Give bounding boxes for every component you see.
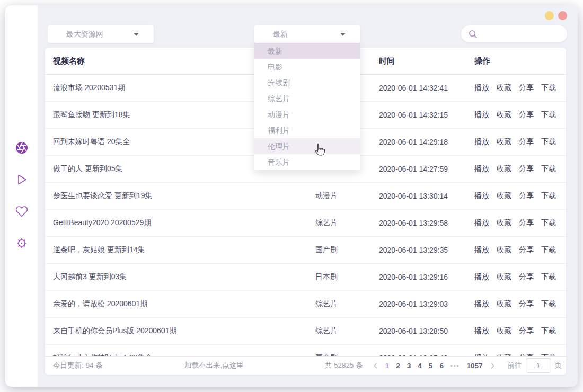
download-link[interactable]: 下载	[541, 191, 556, 201]
dropdown-option[interactable]: 动漫片	[254, 106, 360, 122]
sort-select-value: 最新	[273, 30, 340, 39]
share-link[interactable]: 分享	[519, 326, 534, 336]
play-link[interactable]: 播放	[474, 299, 489, 309]
chevron-left-icon[interactable]	[373, 363, 378, 369]
table-row[interactable]: GetItBeauty2020 20200529期综艺片2020-06-01 1…	[45, 210, 566, 237]
page-number[interactable]: 5	[429, 362, 433, 370]
favorite-link[interactable]: 收藏	[497, 245, 511, 255]
favorite-link[interactable]: 收藏	[497, 218, 511, 228]
dropdown-option[interactable]: 音乐片	[254, 154, 360, 170]
chevron-right-icon[interactable]	[490, 363, 496, 369]
pagination: 共 52825 条 123456 ••• 1057 前往 页	[325, 357, 562, 375]
download-link[interactable]: 下载	[541, 245, 556, 255]
favorite-link[interactable]: 收藏	[497, 110, 511, 120]
sidebar-item-play[interactable]	[15, 174, 28, 187]
video-type: 综艺片	[315, 299, 338, 309]
video-name: 流浪市场 20200531期	[53, 83, 125, 93]
dropdown-option[interactable]: 伦理片	[254, 138, 360, 154]
video-name: 跟鲨鱼接吻 更新到18集	[53, 110, 130, 120]
row-actions: 播放收藏分享下载	[474, 83, 556, 93]
play-link[interactable]: 播放	[474, 164, 489, 174]
sidebar-item-favorites[interactable]	[15, 206, 28, 219]
video-type: 国产剧	[315, 245, 338, 255]
favorite-link[interactable]: 收藏	[497, 326, 511, 336]
page-numbers: 123456	[385, 362, 444, 370]
download-link[interactable]: 下载	[541, 110, 556, 120]
sidebar-item-resources[interactable]	[15, 142, 28, 155]
favorite-link[interactable]: 收藏	[497, 137, 511, 147]
page-number[interactable]: 3	[407, 362, 411, 370]
chevron-down-icon	[340, 33, 346, 36]
page-number[interactable]: 6	[439, 362, 444, 370]
dropdown-option[interactable]: 综艺片	[254, 91, 360, 106]
sidebar-item-settings[interactable]	[15, 238, 28, 251]
play-link[interactable]: 播放	[474, 137, 489, 147]
page-number[interactable]: 1	[385, 362, 390, 370]
column-header-time: 时间	[379, 56, 395, 66]
download-link[interactable]: 下载	[541, 272, 556, 282]
share-link[interactable]: 分享	[519, 110, 534, 120]
share-link[interactable]: 分享	[519, 137, 534, 147]
minimize-button[interactable]	[545, 11, 554, 20]
row-actions: 播放收藏分享下载	[474, 272, 556, 282]
share-link[interactable]: 分享	[519, 245, 534, 255]
play-link[interactable]: 播放	[474, 110, 489, 120]
table-row[interactable]: 打骗行动之你被盯上了 28集全国产剧2020-06-01 13:25:49播放收…	[45, 345, 566, 357]
column-header-name: 视频名称	[53, 56, 85, 66]
share-link[interactable]: 分享	[519, 299, 534, 309]
favorite-link[interactable]: 收藏	[497, 191, 511, 201]
video-type: 综艺片	[315, 218, 338, 228]
pagination-ellipsis[interactable]: •••	[450, 362, 460, 369]
table-row[interactable]: 来自手机的你会员Plus版 20200601期综艺片2020-06-01 13:…	[45, 318, 566, 345]
favorite-link[interactable]: 收藏	[497, 83, 511, 93]
video-name: 来自手机的你会员Plus版 20200601期	[53, 326, 176, 336]
search-box[interactable]	[461, 25, 567, 42]
search-icon	[469, 30, 478, 39]
share-link[interactable]: 分享	[519, 164, 534, 174]
play-link[interactable]: 播放	[474, 326, 489, 336]
table-row[interactable]: 楚医生也要谈恋爱 更新到19集动漫片2020-06-01 13:30:14播放收…	[45, 183, 566, 210]
video-time: 2020-06-01 14:27:59	[379, 165, 448, 173]
table-row[interactable]: 亲爱的，请放松 20200601期综艺片2020-06-01 13:29:03播…	[45, 291, 566, 318]
load-fail-link[interactable]: 加载不出来,点这里	[184, 361, 244, 370]
page-number[interactable]: 4	[418, 362, 422, 370]
dropdown-option[interactable]: 最新	[254, 43, 360, 59]
table-row[interactable]: 大冈越前3 更新到03集日本剧2020-06-01 13:29:16播放收藏分享…	[45, 264, 566, 291]
play-link[interactable]: 播放	[474, 83, 489, 93]
video-time: 2020-06-01 14:29:18	[379, 138, 448, 146]
sort-select[interactable]: 最新	[254, 25, 360, 43]
favorite-link[interactable]: 收藏	[497, 299, 511, 309]
share-link[interactable]: 分享	[519, 191, 534, 201]
download-link[interactable]: 下载	[541, 326, 556, 336]
dropdown-option[interactable]: 福利片	[254, 122, 360, 138]
close-button[interactable]	[558, 11, 567, 20]
source-select[interactable]: 最大资源网	[48, 25, 154, 43]
gear-icon	[15, 237, 28, 252]
goto-page-input[interactable]	[526, 358, 551, 373]
search-input[interactable]	[482, 29, 578, 39]
play-link[interactable]: 播放	[474, 218, 489, 228]
share-link[interactable]: 分享	[519, 272, 534, 282]
dropdown-option[interactable]: 电影	[254, 59, 360, 75]
table-row[interactable]: 逆袭吧，灰姑娘 更新到14集国产剧2020-06-01 13:29:35播放收藏…	[45, 237, 566, 264]
page-number-last[interactable]: 1057	[466, 362, 482, 370]
favorite-link[interactable]: 收藏	[497, 272, 511, 282]
total-count: 共 52825 条	[325, 361, 363, 370]
play-link[interactable]: 播放	[474, 245, 489, 255]
video-name: 逆袭吧，灰姑娘 更新到14集	[53, 245, 145, 255]
download-link[interactable]: 下载	[541, 137, 556, 147]
page-number[interactable]: 2	[396, 362, 400, 370]
download-link[interactable]: 下载	[541, 218, 556, 228]
sort-dropdown-menu: 最新电影连续剧综艺片动漫片福利片伦理片音乐片	[254, 43, 360, 170]
download-link[interactable]: 下载	[541, 83, 556, 93]
sidebar-nav	[5, 142, 38, 251]
share-link[interactable]: 分享	[519, 83, 534, 93]
dropdown-option[interactable]: 连续剧	[254, 75, 360, 91]
play-link[interactable]: 播放	[474, 272, 489, 282]
download-link[interactable]: 下载	[541, 299, 556, 309]
share-link[interactable]: 分享	[519, 218, 534, 228]
favorite-link[interactable]: 收藏	[497, 164, 511, 174]
download-link[interactable]: 下载	[541, 164, 556, 174]
play-link[interactable]: 播放	[474, 191, 489, 201]
video-time: 2020-06-01 14:32:15	[379, 111, 448, 119]
